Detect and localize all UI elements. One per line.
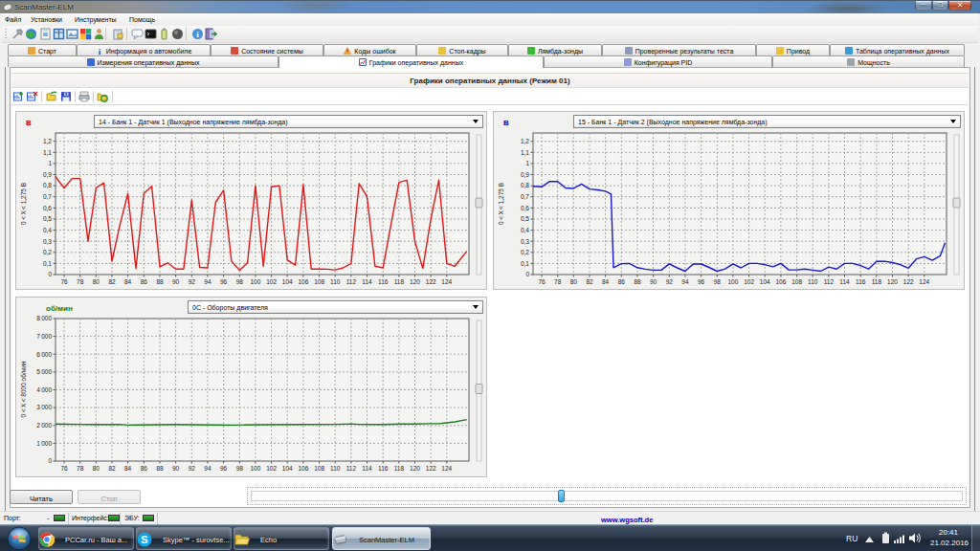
svg-text:94: 94 xyxy=(204,278,212,285)
svg-text:100: 100 xyxy=(250,278,260,285)
svg-text:84: 84 xyxy=(124,278,132,285)
svg-text:102: 102 xyxy=(744,278,754,285)
svg-text:92: 92 xyxy=(666,278,674,285)
svg-text:124: 124 xyxy=(441,465,452,472)
svg-text:120: 120 xyxy=(410,278,420,285)
svg-text:0,5: 0,5 xyxy=(521,215,529,222)
svg-text:122: 122 xyxy=(903,278,914,285)
svg-text:120: 120 xyxy=(410,465,420,472)
svg-text:0,3: 0,3 xyxy=(521,238,529,245)
svg-text:96: 96 xyxy=(698,278,705,285)
svg-text:90: 90 xyxy=(650,278,657,285)
svg-text:0,8: 0,8 xyxy=(43,182,52,188)
svg-text:1,1: 1,1 xyxy=(43,149,52,156)
svg-text:116: 116 xyxy=(378,278,389,285)
svg-text:108: 108 xyxy=(314,465,324,472)
svg-text:1,2: 1,2 xyxy=(521,138,529,144)
svg-text:7 000: 7 000 xyxy=(36,333,52,340)
svg-text:98: 98 xyxy=(236,278,244,285)
svg-text:0,4: 0,4 xyxy=(521,227,529,233)
svg-text:0,2: 0,2 xyxy=(521,249,529,255)
svg-text:116: 116 xyxy=(378,465,389,472)
svg-text:0,6: 0,6 xyxy=(521,205,529,211)
svg-text:0 < X < 8000 об/мин: 0 < X < 8000 об/мин xyxy=(20,361,27,417)
svg-text:2 000: 2 000 xyxy=(36,422,52,429)
svg-text:76: 76 xyxy=(60,465,68,472)
svg-text:1,1: 1,1 xyxy=(521,149,529,156)
svg-text:98: 98 xyxy=(714,278,722,285)
svg-text:108: 108 xyxy=(314,278,324,285)
svg-text:124: 124 xyxy=(441,278,452,285)
svg-text:6 000: 6 000 xyxy=(36,351,52,358)
svg-text:88: 88 xyxy=(156,465,164,472)
svg-text:8 000: 8 000 xyxy=(36,315,52,321)
svg-text:82: 82 xyxy=(108,278,116,285)
svg-text:84: 84 xyxy=(602,278,610,285)
svg-text:96: 96 xyxy=(220,465,228,472)
svg-text:S: S xyxy=(141,534,147,545)
svg-text:118: 118 xyxy=(394,465,405,472)
svg-text:1: 1 xyxy=(48,160,52,166)
svg-text:0,4: 0,4 xyxy=(43,227,52,233)
svg-text:102: 102 xyxy=(266,278,277,285)
svg-text:118: 118 xyxy=(394,278,405,285)
svg-text:90: 90 xyxy=(172,465,180,472)
svg-text:104: 104 xyxy=(282,278,293,285)
svg-text:3 000: 3 000 xyxy=(36,404,52,410)
svg-text:94: 94 xyxy=(681,278,689,285)
svg-text:86: 86 xyxy=(618,278,626,285)
svg-text:0,7: 0,7 xyxy=(521,193,529,200)
svg-text:1 000: 1 000 xyxy=(36,440,52,447)
svg-text:0,5: 0,5 xyxy=(43,215,52,222)
svg-text:114: 114 xyxy=(362,465,372,472)
svg-text:114: 114 xyxy=(839,278,850,285)
svg-text:84: 84 xyxy=(124,465,132,472)
svg-text:118: 118 xyxy=(872,278,882,285)
svg-text:100: 100 xyxy=(727,278,738,285)
svg-text:76: 76 xyxy=(538,278,546,285)
svg-text:78: 78 xyxy=(77,278,84,285)
svg-text:0: 0 xyxy=(48,271,52,277)
svg-text:80: 80 xyxy=(570,278,578,285)
svg-text:112: 112 xyxy=(346,278,357,285)
svg-text:0,3: 0,3 xyxy=(43,238,52,245)
svg-text:92: 92 xyxy=(189,465,196,472)
svg-text:80: 80 xyxy=(93,465,100,472)
svg-text:0: 0 xyxy=(525,271,529,277)
svg-text:106: 106 xyxy=(298,465,308,472)
svg-text:110: 110 xyxy=(330,465,341,472)
svg-text:0,7: 0,7 xyxy=(43,193,52,200)
svg-text:1: 1 xyxy=(525,160,529,166)
svg-text:116: 116 xyxy=(856,278,866,285)
svg-text:124: 124 xyxy=(919,278,929,285)
svg-text:76: 76 xyxy=(60,278,68,285)
svg-text:80: 80 xyxy=(93,278,100,285)
svg-text:104: 104 xyxy=(760,278,770,285)
svg-text:112: 112 xyxy=(346,465,357,472)
svg-text:90: 90 xyxy=(172,278,180,285)
svg-text:106: 106 xyxy=(298,278,308,285)
svg-text:102: 102 xyxy=(266,465,277,472)
svg-text:78: 78 xyxy=(554,278,562,285)
svg-text:114: 114 xyxy=(362,278,372,285)
svg-text:0,8: 0,8 xyxy=(521,182,529,188)
svg-text:88: 88 xyxy=(634,278,641,285)
svg-text:110: 110 xyxy=(808,278,818,285)
svg-text:0,6: 0,6 xyxy=(43,205,52,211)
svg-text:108: 108 xyxy=(791,278,802,285)
svg-text:i: i xyxy=(98,47,100,55)
svg-text:88: 88 xyxy=(156,278,164,285)
svg-text:98: 98 xyxy=(236,465,244,472)
svg-text:4 000: 4 000 xyxy=(36,386,52,393)
svg-text:110: 110 xyxy=(330,278,341,285)
svg-text:106: 106 xyxy=(775,278,786,285)
svg-text:82: 82 xyxy=(108,465,116,472)
svg-text:0,1: 0,1 xyxy=(521,260,529,267)
svg-text:112: 112 xyxy=(824,278,835,285)
svg-text:86: 86 xyxy=(141,465,148,472)
svg-text:0,1: 0,1 xyxy=(43,260,52,267)
svg-text:122: 122 xyxy=(426,278,436,285)
svg-text:100: 100 xyxy=(250,465,260,472)
svg-text:120: 120 xyxy=(887,278,898,285)
svg-text:0 < X < 1,275 В: 0 < X < 1,275 В xyxy=(20,183,27,225)
